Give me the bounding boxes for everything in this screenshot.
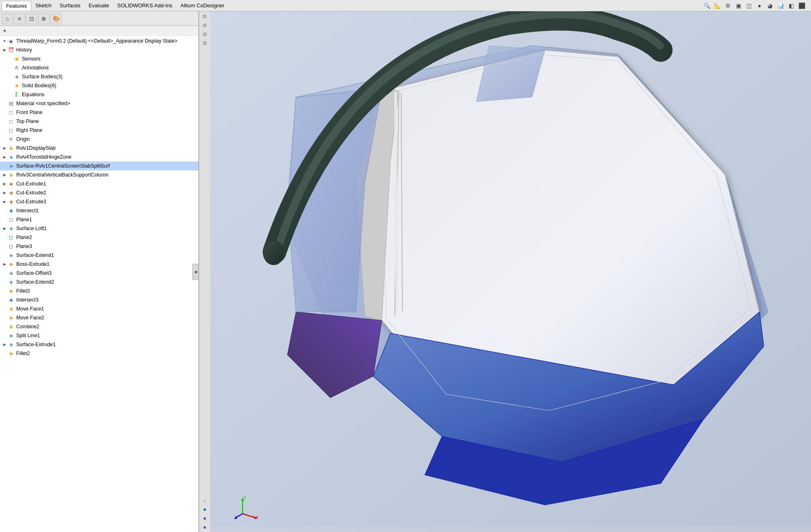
tree-item-annotations[interactable]: AAnnotations bbox=[0, 63, 198, 72]
tree-items-container: ▶⏰History◉SensorsAAnnotations◈Surface Bo… bbox=[0, 45, 198, 358]
tree-item-boss-extrude1[interactable]: ▶◈Boss-Extrude1 bbox=[0, 260, 198, 269]
expand-arrow-cut-extrude1: ▶ bbox=[2, 181, 7, 187]
view-icon[interactable]: ◫ bbox=[744, 1, 753, 10]
expand-arrow-surface-extend2 bbox=[2, 279, 7, 285]
item-label-rvlv3-column: Rvlv3CentralVerticalBackSupportColumn bbox=[16, 172, 108, 178]
settings-icon[interactable]: ⚙ bbox=[723, 1, 732, 10]
snap-button[interactable]: ⊕ bbox=[38, 13, 49, 24]
tree-item-intersect1[interactable]: ◈Intersect1 bbox=[0, 206, 198, 215]
tree-item-cut-extrude1[interactable]: ▶◈Cut-Extrude1 bbox=[0, 179, 198, 188]
item-icon-origin: ✛ bbox=[7, 136, 15, 143]
tree-item-rvlv3-column[interactable]: ▶◈Rvlv3CentralVerticalBackSupportColumn bbox=[0, 170, 198, 179]
item-icon-plane3: ◻ bbox=[7, 243, 15, 250]
svg-text:Z: Z bbox=[234, 516, 237, 520]
tree-item-equations[interactable]: ΣEquations bbox=[0, 90, 198, 99]
tree-item-top-plane[interactable]: ◻Top Plane bbox=[0, 117, 198, 126]
menu-solidworks-addins[interactable]: SOLIDWORKS Add-Ins bbox=[113, 1, 176, 10]
item-icon-rvlv3-column: ◈ bbox=[7, 171, 15, 179]
scene-icon[interactable]: ◧ bbox=[787, 1, 796, 10]
item-label-surface-extend2: Surface-Extend2 bbox=[16, 279, 54, 285]
box-button[interactable]: ⊡ bbox=[26, 13, 37, 24]
tree-item-solid-bodies[interactable]: ◈Solid Bodies(6) bbox=[0, 81, 198, 90]
side-icon-4[interactable]: ⊡ bbox=[201, 39, 209, 47]
tree-item-origin[interactable]: ✛Origin bbox=[0, 135, 198, 144]
side-icon-6[interactable]: ■ bbox=[201, 514, 209, 522]
tree-item-rvlv1displayslab[interactable]: ▶◈Rvlv1DisplaySlab bbox=[0, 144, 198, 153]
list-button[interactable]: ≡ bbox=[14, 13, 25, 24]
viewport[interactable]: ↖ ◈ ◕ ● ⊡ bbox=[210, 11, 811, 532]
tree-item-cut-extrude3[interactable]: ▶◈Cut-Extrude3 bbox=[0, 197, 198, 206]
display-icon[interactable]: ● bbox=[755, 1, 764, 10]
tree-item-move-face1[interactable]: ◈Move Face1 bbox=[0, 304, 198, 313]
item-icon-surface-offset3: ◈ bbox=[7, 269, 15, 277]
tree-item-surface-extend2[interactable]: ◈Surface-Extend2 bbox=[0, 278, 198, 286]
tree-item-sensors[interactable]: ◉Sensors bbox=[0, 54, 198, 63]
tree-item-fillet2[interactable]: ◈Fillet2 bbox=[0, 349, 198, 358]
expand-arrow-top-plane bbox=[2, 118, 7, 124]
item-icon-intersect3: ◈ bbox=[7, 296, 15, 304]
expand-arrow-annotations bbox=[7, 65, 13, 71]
collapse-panel-button[interactable]: ◀ bbox=[192, 264, 199, 280]
tree-item-plane3[interactable]: ◻Plane3 bbox=[0, 242, 198, 251]
item-label-move-face2: Move Face2 bbox=[16, 315, 44, 321]
menu-evaluate[interactable]: Evaluate bbox=[84, 1, 113, 10]
menu-surfaces[interactable]: Surfaces bbox=[56, 1, 84, 10]
side-icon-5[interactable]: ■ bbox=[201, 505, 209, 513]
item-label-intersect1: Intersect1 bbox=[16, 208, 39, 213]
side-icon-7[interactable]: ■ bbox=[201, 523, 209, 531]
item-icon-rvlv4-hinge: ◈ bbox=[7, 153, 15, 161]
appearance-icon[interactable]: ◕ bbox=[766, 1, 774, 10]
color-wheel-button[interactable]: 🎨 bbox=[50, 13, 62, 24]
side-icon-resize[interactable]: ↕ bbox=[201, 496, 209, 504]
model-icon[interactable]: ▣ bbox=[734, 1, 743, 10]
tree-item-surface-extrude1[interactable]: ▶◈Surface-Extrude1 bbox=[0, 340, 198, 349]
home-button[interactable]: ⌂ bbox=[2, 13, 13, 24]
expand-arrow-fillet2 bbox=[2, 351, 7, 356]
expand-arrow-rvlv1displayslab: ▶ bbox=[2, 145, 7, 151]
tree-item-front-plane[interactable]: ◻Front Plane bbox=[0, 108, 198, 117]
tree-item-history[interactable]: ▶⏰History bbox=[0, 45, 198, 54]
tree-root[interactable]: ▼ ◈ ThreadWarp_Form0.2 (Default) <<Defau… bbox=[0, 37, 198, 45]
item-icon-combine2: ◈ bbox=[7, 323, 15, 330]
search-icon[interactable]: 🔍 bbox=[702, 1, 711, 10]
tree-item-move-face2[interactable]: ◈Move Face2 bbox=[0, 313, 198, 322]
tree-item-material[interactable]: ▤Material <not specified> bbox=[0, 99, 198, 108]
menu-sketch[interactable]: Sketch bbox=[31, 1, 56, 10]
side-icon-2[interactable]: ⊡ bbox=[201, 21, 209, 29]
tree-item-fillet3[interactable]: ◈Fillet3 bbox=[0, 286, 198, 295]
top-right-icons: 🔍 📐 ⚙ ▣ ◫ ● ◕ 📊 ◧ ⬛ bbox=[702, 1, 809, 10]
tree-item-surface-loft1[interactable]: ▶◈Surface-Loft1 bbox=[0, 224, 198, 233]
item-label-move-face1: Move Face1 bbox=[16, 306, 44, 312]
tree-item-surface-bodies[interactable]: ◈Surface Bodies(3) bbox=[0, 72, 198, 81]
menu-altium-codesigner[interactable]: Altium CoDesigner bbox=[176, 1, 228, 10]
svg-text:Y: Y bbox=[243, 495, 246, 500]
side-icon-1[interactable]: ⊡ bbox=[201, 12, 209, 20]
root-expand-icon: ▼ bbox=[2, 38, 7, 44]
tree-item-rvlv4-hinge[interactable]: ▶◈Rvlv4ToroidalHingeZone bbox=[0, 153, 198, 162]
item-icon-top-plane: ◻ bbox=[7, 118, 15, 125]
expand-arrow-surface-rvlv1 bbox=[2, 163, 7, 169]
expand-arrow-split-line1 bbox=[2, 333, 7, 338]
tree-item-right-plane[interactable]: ◻Right Plane bbox=[0, 126, 198, 135]
tree-item-plane1[interactable]: ◻Plane1 bbox=[0, 215, 198, 224]
tree-item-cut-extrude2[interactable]: ▶◈Cut-Extrude2 bbox=[0, 188, 198, 197]
expand-arrow-rvlv4-hinge: ▶ bbox=[2, 154, 7, 160]
menu-features[interactable]: Features bbox=[2, 1, 31, 11]
item-label-cut-extrude2: Cut-Extrude2 bbox=[16, 190, 46, 196]
tree-item-surface-rvlv1[interactable]: ◈Surface-Rvlv1CentralScreenSlabSplitSurf bbox=[0, 162, 198, 170]
item-label-surface-offset3: Surface-Offset3 bbox=[16, 270, 52, 276]
measure-icon[interactable]: 📐 bbox=[713, 1, 722, 10]
expand-arrow-move-face2 bbox=[2, 315, 7, 321]
tree-item-intersect3[interactable]: ◈Intersect3 bbox=[0, 295, 198, 304]
expand-arrow-rvlv3-column: ▶ bbox=[2, 172, 7, 178]
record-icon[interactable]: ⬛ bbox=[797, 1, 806, 10]
side-icon-3[interactable]: ⊡ bbox=[201, 30, 209, 38]
tree-item-split-line1[interactable]: ◈Split Line1 bbox=[0, 331, 198, 340]
tree-item-combine2[interactable]: ◈Combine2 bbox=[0, 322, 198, 331]
tree-item-surface-offset3[interactable]: ◈Surface-Offset3 bbox=[0, 269, 198, 278]
item-label-rvlv4-hinge: Rvlv4ToroidalHingeZone bbox=[16, 154, 71, 160]
tree-item-surface-extend1[interactable]: ◈Surface-Extend1 bbox=[0, 251, 198, 260]
tree-item-plane2[interactable]: ◻Plane2 bbox=[0, 233, 198, 242]
expand-arrow-surface-extrude1: ▶ bbox=[2, 342, 7, 347]
chart-icon[interactable]: 📊 bbox=[776, 1, 785, 10]
